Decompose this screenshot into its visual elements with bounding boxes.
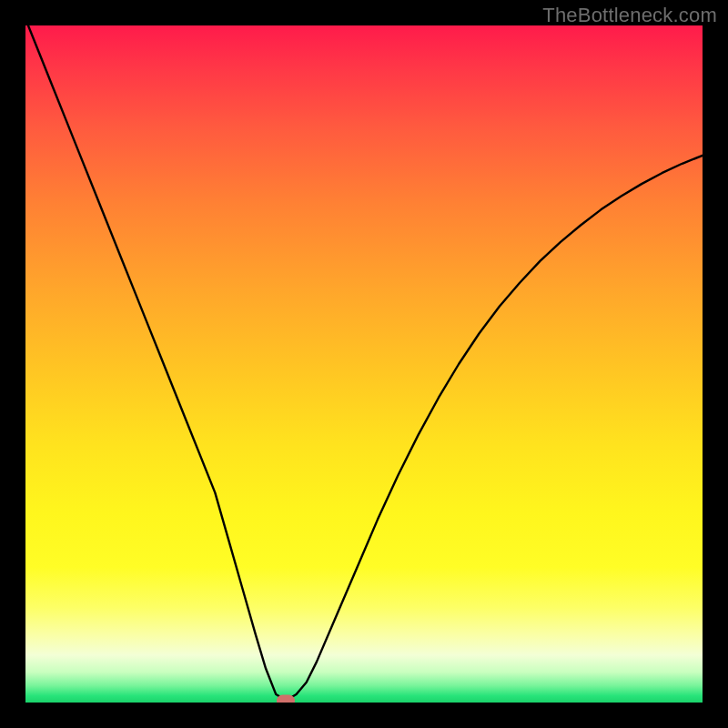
plot-area bbox=[25, 25, 703, 703]
optimal-point-marker bbox=[277, 694, 295, 703]
curve-svg bbox=[25, 25, 703, 703]
watermark-text: TheBottleneck.com bbox=[542, 4, 717, 27]
bottleneck-curve bbox=[25, 25, 703, 701]
chart-frame: TheBottleneck.com bbox=[0, 0, 728, 728]
